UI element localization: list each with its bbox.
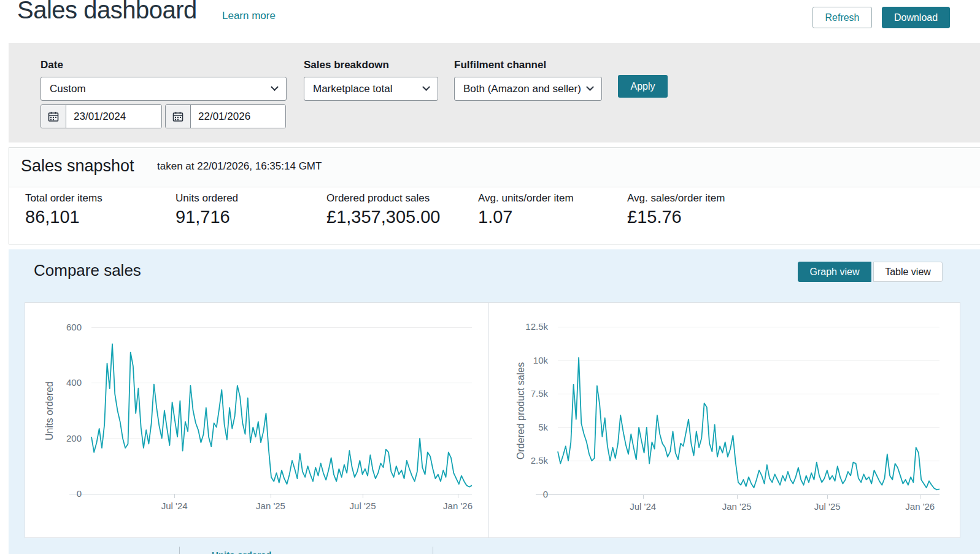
date-range-selected-value: Custom [50,83,86,95]
metric-label: Total order items [25,192,102,205]
x-tick-label: Jan '25 [711,501,763,512]
snapshot-timestamp: taken at 22/01/2026, 16:35:14 GMT [157,160,322,173]
metric-value: £15.76 [627,207,725,227]
x-tick-mark [737,494,738,499]
calendar-icon[interactable] [41,105,66,128]
y-axis-title: Ordered product sales [515,362,527,459]
refresh-button[interactable]: Refresh [812,7,872,28]
x-tick-label: Jan '26 [894,501,946,512]
y-tick-label: 0 [516,489,548,499]
x-tick-label: Jan '26 [432,501,484,511]
metric-value: 1.07 [478,207,574,227]
chevron-down-icon [586,83,594,91]
x-tick-label: Jul '25 [801,501,853,512]
y-tick-label: 5k [516,422,548,432]
table-view-toggle[interactable]: Table view [873,262,943,282]
compare-sales-section: Compare sales Graph view Table view Unit… [9,249,980,554]
learn-more-link[interactable]: Learn more [222,10,276,22]
sales-snapshot-header: Sales snapshot taken at 22/01/2026, 16:3… [9,148,980,187]
fulfilment-selected-value: Both (Amazon and seller) [463,83,581,95]
legend-strip-clipped: Units ordered [9,543,980,554]
series-line [558,327,939,494]
y-tick-label: 10k [516,355,548,365]
sales-breakdown-selected-value: Marketplace total [313,83,392,95]
charts-panel: Units ordered0200400600Jul '24Jan '25Jul… [25,302,960,538]
sales-breakdown-select[interactable]: Marketplace total [304,77,438,101]
series-line [91,327,472,494]
legend-column-header[interactable]: Units ordered [212,550,272,554]
x-tick-mark [643,494,644,499]
end-date-input[interactable] [191,105,285,128]
sales-snapshot-card: Sales snapshot taken at 22/01/2026, 16:3… [9,147,980,244]
chevron-down-icon [422,83,430,91]
y-tick-label: 0 [50,488,82,499]
x-tick-mark [271,494,271,498]
y-tick-label: 600 [50,322,82,332]
metric-avg-units-order-item: Avg. units/order item 1.07 [478,192,574,227]
calendar-icon[interactable] [166,105,191,128]
fulfilment-channel-select[interactable]: Both (Amazon and seller) [454,77,602,101]
y-axis-title: Units ordered [44,381,55,440]
sales-breakdown-label: Sales breakdown [304,59,389,71]
x-tick-mark [174,494,175,498]
x-tick-mark [920,494,920,499]
metric-label: Avg. sales/order item [627,192,725,205]
start-date-field [41,104,162,128]
x-tick-label: Jul '24 [617,501,669,512]
filter-bar: Date Custom Sales breakdown Marketplace … [9,43,980,142]
legend-separator [179,547,180,554]
end-date-field [165,104,286,128]
metric-units-ordered: Units ordered 91,716 [176,192,238,227]
x-tick-label: Jul '25 [337,501,388,511]
compare-sales-title: Compare sales [34,261,141,280]
x-tick-label: Jul '24 [149,501,200,511]
metric-avg-sales-order-item: Avg. sales/order item £15.76 [627,192,725,227]
start-date-input[interactable] [66,105,161,128]
page-title: Sales dashboard [17,0,197,24]
date-filter-label: Date [41,59,63,71]
metric-ordered-product-sales: Ordered product sales £1,357,305.00 [326,192,440,227]
y-tick-label: 7.5k [516,388,548,399]
metric-label: Units ordered [176,192,238,205]
metric-total-order-items: Total order items 86,101 [25,192,102,227]
x-tick-mark [363,494,363,498]
ordered-product-sales-chart: Ordered product sales02.5k5k7.5k10k12.5k… [489,303,961,539]
y-tick-label: 200 [50,433,82,443]
metric-value: £1,357,305.00 [326,207,440,227]
x-tick-label: Jan '25 [245,501,296,511]
apply-button[interactable]: Apply [618,75,668,98]
fulfilment-channel-label: Fulfilment channel [454,59,546,71]
x-tick-mark [458,494,458,498]
graph-view-toggle[interactable]: Graph view [798,262,871,282]
y-tick-label: 2.5k [516,455,548,466]
metric-value: 91,716 [176,207,238,227]
sales-snapshot-title: Sales snapshot [21,157,134,176]
y-tick-label: 12.5k [516,321,548,332]
x-tick-mark [827,494,828,499]
y-tick-label: 400 [50,377,82,388]
units-ordered-chart: Units ordered0200400600Jul '24Jan '25Jul… [25,303,488,539]
metric-value: 86,101 [25,207,102,227]
download-button[interactable]: Download [882,7,950,28]
x-axis-line [536,494,939,495]
metric-label: Ordered product sales [326,192,440,205]
chevron-down-icon [271,83,279,91]
legend-separator [433,547,433,554]
metric-label: Avg. units/order item [478,192,574,205]
date-range-select[interactable]: Custom [41,77,287,101]
